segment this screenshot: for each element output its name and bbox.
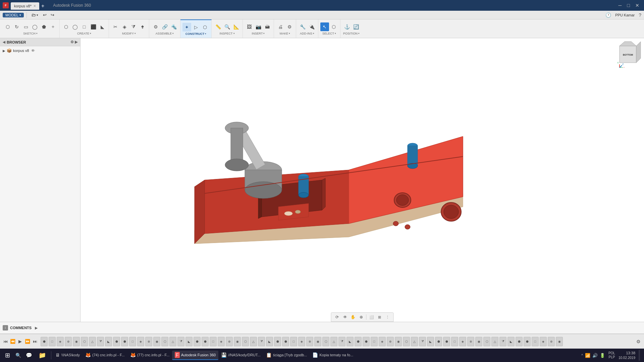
inspect-icon-3[interactable]: 📐 (232, 22, 240, 31)
timeline-icon[interactable]: ⬟ (355, 337, 362, 346)
close-btn[interactable]: ✕ (633, 3, 641, 8)
construct-icon-3[interactable]: ⬡ (201, 23, 209, 32)
timeline-icon[interactable]: ⬢ (41, 337, 48, 346)
modify-icon-3[interactable]: ⧩ (129, 22, 138, 31)
axis-indicator[interactable]: BOTTOM X Y Z (614, 41, 641, 68)
display-settings-btn[interactable]: ⋮ (384, 313, 391, 321)
position-arrow[interactable]: ▾ (358, 32, 360, 35)
timeline-icon[interactable]: △ (330, 337, 337, 346)
timeline-icon[interactable]: ⬟ (113, 337, 120, 346)
timeline-icon[interactable]: □ (290, 337, 297, 346)
modify-icon-4[interactable]: ⧪ (138, 22, 147, 31)
timeline-icon[interactable]: ◉ (153, 337, 160, 346)
timeline-icon[interactable]: ⬢ (363, 337, 370, 346)
timeline-icon[interactable]: ◣ (185, 337, 193, 346)
timeline-icon[interactable]: ⬢ (202, 337, 209, 346)
timeline-icon[interactable]: ⊕ (65, 337, 72, 346)
timeline-icon[interactable]: △ (89, 337, 96, 346)
browser-expand-icon[interactable]: ▶ (75, 40, 77, 44)
timeline-icon[interactable]: ⧩ (338, 337, 345, 346)
insert-icon-2[interactable]: 📷 (254, 22, 263, 31)
timeline-icon[interactable]: ⬟ (194, 337, 201, 346)
insert-icon-3[interactable]: 🏔 (263, 22, 272, 31)
comments-panel-btn[interactable]: i (3, 325, 8, 330)
make-icon-1[interactable]: 🖨 (276, 22, 285, 31)
timeline-icon[interactable]: □ (451, 337, 458, 346)
sketch-icon-4[interactable]: ◯ (31, 22, 39, 31)
timeline-icon[interactable]: ⬡ (403, 337, 410, 346)
timeline-icon[interactable]: ⬡ (242, 337, 249, 346)
orbit-btn[interactable]: ⟳ (333, 313, 341, 321)
running-app-drive[interactable]: 💾 //NAS/kody/DRUT... (218, 351, 263, 360)
running-app-doc1[interactable]: 📋 ściąga [Tryb zgodb... (263, 351, 310, 360)
file-button[interactable]: 🗁▾ (30, 12, 40, 18)
sketch-arrow[interactable]: ▾ (36, 32, 38, 35)
comments-expand-btn[interactable]: ▶ (35, 326, 38, 330)
timeline-icon[interactable]: ⬡ (161, 337, 168, 346)
minimize-btn[interactable]: ─ (616, 3, 624, 8)
timeline-last-btn[interactable]: ⏭ (32, 338, 38, 345)
running-app-nas[interactable]: 🖥 \\NAS\kody (53, 351, 83, 360)
timeline-next-btn[interactable]: ⏩ (24, 338, 31, 345)
addins-arrow[interactable]: ▾ (313, 32, 314, 35)
tree-expand-arrow[interactable]: ▶ (3, 49, 5, 53)
timeline-icon[interactable]: ⬟ (435, 337, 442, 346)
clock-icon[interactable]: 🕐 (605, 12, 611, 18)
inspect-icon-2[interactable]: 🔍 (223, 22, 231, 31)
timeline-icon[interactable]: △ (411, 337, 418, 346)
sidebar-collapse-btn[interactable]: ◀ (3, 40, 5, 44)
create-arrow[interactable]: ▾ (90, 32, 91, 35)
select-icon-2[interactable]: ⬡ (329, 22, 338, 31)
active-tab[interactable]: korpus v8* × (11, 2, 39, 10)
timeline-icon[interactable]: ⧩ (97, 337, 104, 346)
show-desktop-btn[interactable] (639, 350, 640, 361)
create-icon-1[interactable]: ⬡ (62, 22, 70, 31)
sketch-icon-3[interactable]: ▭ (21, 22, 30, 31)
timeline-icon[interactable]: ◣ (266, 337, 273, 346)
sketch-icon-6[interactable]: ＋ (49, 22, 57, 31)
timeline-icon[interactable]: ⊕ (467, 337, 474, 346)
help-btn[interactable]: ? (639, 12, 641, 18)
timeline-icon[interactable]: □ (371, 337, 378, 346)
timeline-icon[interactable]: ⊕ (145, 337, 152, 346)
insert-arrow[interactable]: ▾ (263, 32, 265, 35)
new-tab-btn[interactable]: + (39, 3, 46, 9)
construct-arrow[interactable]: ▾ (205, 33, 206, 35)
running-app-doc2[interactable]: 📄 Kopia tematy na fo... (310, 351, 356, 360)
running-app-fusion[interactable]: F Autodesk Fusion 360 (172, 351, 218, 360)
timeline-icon[interactable]: □ (210, 337, 217, 346)
look-at-btn[interactable]: 👁 (341, 313, 349, 321)
timeline-icon[interactable]: ⧩ (419, 337, 426, 346)
timeline-icon[interactable]: ◉ (556, 337, 563, 346)
timeline-icon[interactable]: ◈ (57, 337, 64, 346)
addins-icon-2[interactable]: 🔌 (307, 22, 316, 31)
zoom-btn[interactable]: ⊕ (358, 313, 365, 321)
timeline-icon[interactable]: ⬢ (443, 337, 450, 346)
tray-clock[interactable]: 13:38 10.02.2019 (619, 351, 635, 360)
timeline-icon[interactable]: ◉ (234, 337, 241, 346)
tab-close[interactable]: × (34, 4, 36, 8)
timeline-icon[interactable]: ⧩ (258, 337, 265, 346)
construct-icon-2[interactable]: ▷ (192, 23, 200, 32)
timeline-icon[interactable]: ◉ (395, 337, 402, 346)
create-icon-5[interactable]: ◣ (98, 22, 107, 31)
timeline-prev-btn[interactable]: ⏪ (9, 338, 16, 345)
timeline-icon[interactable]: ⧩ (177, 337, 184, 346)
sketch-icon-1[interactable]: ⬡ (3, 22, 12, 31)
timeline-icon[interactable]: ⬡ (322, 337, 329, 346)
timeline-icon[interactable]: ⊕ (226, 337, 233, 346)
running-app-firefox1[interactable]: 🦊 (74) cnc.info.pl - F... (83, 351, 127, 360)
timeline-icon[interactable]: □ (532, 337, 539, 346)
explorer-button[interactable]: 📁 (35, 349, 50, 361)
tray-network-icon[interactable]: 📶 (585, 353, 590, 358)
timeline-icon[interactable]: ⊕ (548, 337, 555, 346)
construct-icon-1[interactable]: ✦ (182, 23, 191, 32)
assemble-arrow[interactable]: ▾ (172, 32, 174, 35)
assemble-icon-1[interactable]: ⚙ (151, 22, 160, 31)
timeline-icon[interactable]: ◈ (459, 337, 466, 346)
browser-item-label[interactable]: korpus v8 (13, 49, 29, 53)
timeline-icon[interactable]: ◉ (475, 337, 482, 346)
timeline-icon[interactable]: □ (49, 337, 56, 346)
undo-button[interactable]: ↩ (42, 12, 48, 18)
addins-icon-1[interactable]: 🔧 (298, 22, 307, 31)
